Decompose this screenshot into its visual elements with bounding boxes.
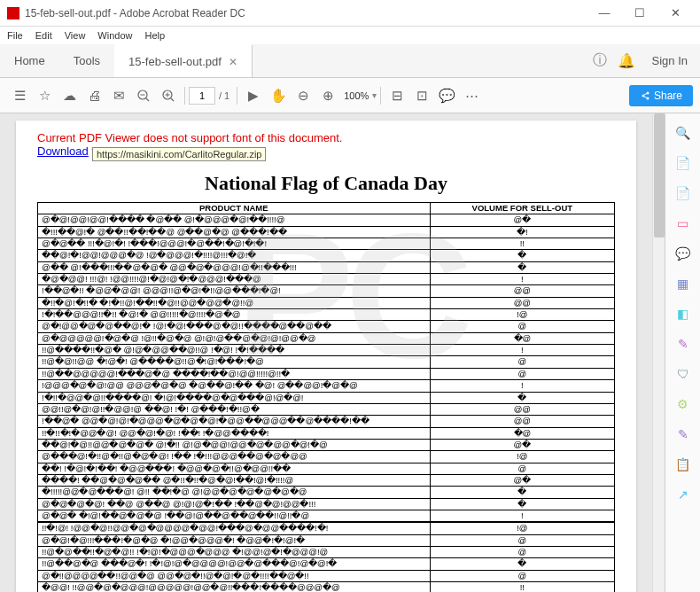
send-icon[interactable]: 📋 — [671, 452, 696, 477]
download-link[interactable]: Download — [37, 144, 89, 158]
table-row: !!@�@��!!�@�@!! !�!@!�@@@�@@@ �!@@!@�!�@… — [38, 546, 615, 557]
table-row: !�!!�@@�@!!����@! �!@!����@�@���@!@�@!� — [38, 392, 615, 403]
table-row: !��@�!! �@@�@@! @@@!!@�@!�!!@@���!�@!@@ — [38, 285, 615, 297]
pdf-page: Current PDF Viewer does not support font… — [16, 121, 636, 592]
star-icon[interactable]: ☆ — [32, 83, 57, 108]
redact-icon[interactable]: ✎ — [671, 331, 696, 356]
info-icon[interactable]: ⓘ — [587, 51, 613, 70]
tab-document-label: 15-feb-sell-out.pdf — [128, 55, 222, 68]
table-row: @�@!�@!!!���!�@�@ �!@@�@@@�! �@@�!�!@!�@ — [38, 534, 615, 546]
sign-in-button[interactable]: Sign In — [640, 54, 700, 67]
product-cell: !!@�@!!@@ �!@�! @����@!!@�!@!���!�@ — [38, 356, 431, 368]
table-row: @�!@@�@�@��@!� !@!�@!���@�@!!����@��@��@ — [38, 321, 615, 332]
search-tool-icon[interactable]: 🔍 — [671, 121, 696, 145]
product-cell: !�!!�@@�@!!����@! �!@!����@�@���@!@�@! — [38, 392, 431, 403]
product-cell: @@!!@�@!@!!�@@!@ ��@! !�! @���!�!!@� — [38, 403, 431, 415]
volume-cell: !! — [430, 238, 614, 250]
sidebar-toggle-icon[interactable]: ☰ — [7, 83, 32, 108]
table-row: @���@!�!!@�!!@�@�@! !�� !�!!!@@@��@�@�@@… — [38, 451, 615, 463]
export-pdf-icon[interactable]: 📄 — [671, 151, 696, 175]
product-cell: !@@@�@�@!@@ @@@�@�@ �@��@!�� �@! @��@@!�… — [38, 380, 431, 392]
volume-cell: @� — [430, 439, 614, 450]
bell-icon[interactable]: 🔔 — [613, 52, 640, 69]
protect-icon[interactable]: 🛡 — [671, 362, 696, 386]
table-row: @@!!@�@!@!!�@@!@ ��@! !�! @���!�!!@�@@ — [38, 403, 615, 415]
volume-cell: @@ — [430, 285, 614, 297]
comment-icon[interactable]: 💬 — [434, 83, 459, 108]
zoom-in-icon[interactable] — [156, 83, 181, 108]
hand-icon[interactable]: ✋ — [266, 83, 291, 108]
pointer-icon[interactable]: ▶ — [241, 83, 266, 108]
tab-close-icon[interactable]: ✕ — [229, 56, 237, 68]
product-cell: �!!!��@!� @��!!��!��@ @��@�@ @���!�� — [38, 226, 431, 238]
volume-cell: @@ — [430, 416, 614, 427]
volume-cell: � — [430, 250, 614, 261]
share-button[interactable]: Share — [629, 85, 693, 106]
optimize-icon[interactable]: ⚙ — [671, 392, 696, 417]
volume-cell: @� — [430, 474, 614, 486]
more-icon[interactable]: ⋯ — [459, 83, 484, 108]
cloud-icon[interactable]: ☁ — [57, 83, 82, 108]
product-cell: @�@@@@@!�@�@ !@!!�@�@ @!@!@��@�@!@!@@�@ — [38, 332, 431, 344]
vertical-scrollbar[interactable] — [652, 113, 665, 592]
close-button[interactable]: ✕ — [657, 6, 693, 19]
volume-cell: @@ — [430, 297, 614, 308]
table-row: !!�!@! !@@�@!!@@�@�@@@@�@@!���@�@@����!�… — [38, 523, 615, 534]
tab-tools[interactable]: Tools — [59, 44, 114, 77]
fit-width-icon[interactable]: ⊟ — [385, 83, 409, 108]
comment-tool-icon[interactable]: 💬 — [671, 241, 696, 266]
table-row: �@�@@! !!!@! !@@!!!!@!�@!@�!�@@@!���@! — [38, 274, 615, 285]
scrollbar-thumb[interactable] — [654, 113, 665, 238]
combine-icon[interactable]: ▦ — [671, 271, 696, 296]
product-cell: !��@�!! �@@�@@! @@@!!@�@!�!!@@���!�@! — [38, 285, 431, 297]
share-tool-icon[interactable]: ↗ — [671, 482, 696, 507]
zoom-out-icon[interactable] — [131, 83, 156, 108]
volume-cell: @@ — [430, 403, 614, 415]
minus-icon[interactable]: ⊖ — [291, 83, 315, 108]
table-row: @�@@@@@!�@�@ !@!!�@�@ @!@!@��@�@!@!@@�@�… — [38, 332, 615, 344]
product-cell: @���@!�!!@�!!@�@�@! !�� !�!!!@@@��@�@�@@ — [38, 451, 431, 463]
volume-cell: @ — [430, 570, 614, 581]
table-row: !!@��@@@@@!���@�@ ����!��@!@@!!!!!@!!�@ — [38, 368, 615, 379]
tab-document[interactable]: 15-feb-sell-out.pdf ✕ — [114, 44, 253, 77]
product-cell: ����! ��@�@�@�� @�!!�!!�@�@!��!@!�!!!!@ — [38, 474, 431, 486]
fit-page-icon[interactable]: ⊡ — [409, 83, 434, 108]
page-number-input[interactable] — [189, 87, 215, 105]
window-title: 15-feb-sell-out.pdf - Adobe Acrobat Read… — [25, 7, 587, 19]
volume-cell: ! — [430, 380, 614, 392]
minimize-button[interactable]: — — [587, 6, 622, 19]
product-cell: @�� @!���!!!��@�@� @@�@�@@@!@�!!���!!! — [38, 261, 431, 273]
product-cell: @�@�@�@! ��@ @��@ @!@!@�!�� !��@�@!@@�!!… — [38, 498, 431, 510]
menu-help[interactable]: Help — [144, 30, 165, 41]
table-row: @�!!@@@@��!!@@�@ @@�@�!!@�@!�@�!!!!��@�!… — [38, 570, 615, 581]
plus-icon[interactable]: ⊕ — [315, 83, 340, 108]
maximize-button[interactable]: ☐ — [622, 6, 657, 19]
tab-home[interactable]: Home — [0, 44, 59, 77]
table-row: �!!!��@!� @��!!��!��@ @��@�@ @���!���! — [38, 226, 615, 238]
product-cell: !!@��@�@ ���@�! !�!@!@�@@@@!@@�@���@!@�@… — [38, 558, 431, 570]
zoom-select[interactable]: 100% — [340, 89, 372, 103]
table-row: !!@�@!!@@ �!@�! @����@!!@�!@!���!�@@ — [38, 356, 615, 368]
menu-file[interactable]: File — [7, 30, 23, 41]
menu-edit[interactable]: Edit — [35, 30, 52, 41]
table-row: @�@!@@!@@!���� �@�� @!�@@@�@!��!!!!@@� — [38, 214, 615, 226]
product-cell: �@�@@! !!!@! !@@!!!!@!�@!@�!�@@@!���@ — [38, 274, 431, 285]
volume-cell: �@ — [430, 332, 614, 344]
volume-cell: @ — [430, 534, 614, 546]
product-cell: !!@�@��!!�@�@!! !�!@!�@@@�@@@ �!@@!@�!�@… — [38, 546, 431, 557]
organize-icon[interactable]: ◧ — [671, 301, 696, 326]
column-volume: VOLUME FOR SELL-OUT — [430, 203, 614, 214]
table-row: !!@����!!�@� @!@�@@��@!!@ !�@! !�!����! — [38, 345, 615, 356]
volume-cell: @ — [430, 321, 614, 332]
fill-sign-icon[interactable]: ✎ — [671, 422, 696, 447]
volume-cell: �! — [430, 226, 614, 238]
volume-cell: @� — [430, 214, 614, 226]
edit-pdf-icon[interactable]: ▭ — [671, 211, 696, 236]
volume-cell: � — [430, 261, 614, 273]
menu-window[interactable]: Window — [97, 30, 132, 41]
volume-cell: !@ — [430, 523, 614, 534]
mail-icon[interactable]: ✉ — [106, 83, 131, 108]
create-pdf-icon[interactable]: 📄 — [671, 181, 696, 206]
menu-view[interactable]: View — [65, 30, 86, 41]
print-icon[interactable]: 🖨 — [82, 83, 106, 108]
